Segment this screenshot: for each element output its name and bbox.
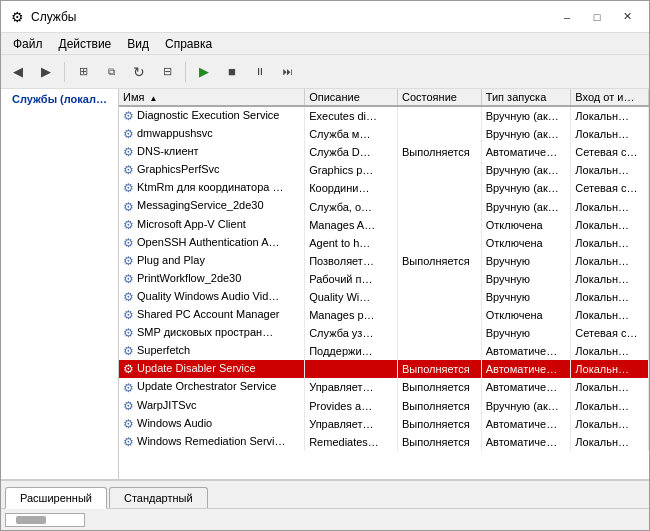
table-row[interactable]: ⚙SMP дисковых простран…Служба уз…Вручную… (119, 324, 649, 342)
tab-standard[interactable]: Стандартный (109, 487, 208, 508)
table-row[interactable]: ⚙SuperfetchПоддержи…Автоматиче…Локальн… (119, 342, 649, 360)
maximize-button[interactable]: □ (583, 6, 611, 28)
service-name-cell: ⚙MessagingService_2de30 (119, 197, 305, 215)
col-header-startup[interactable]: Тип запуска (481, 89, 571, 106)
table-row[interactable]: ⚙Plug and PlayПозволяет…ВыполняетсяВручн… (119, 252, 649, 270)
col-header-name[interactable]: Имя ▲ (119, 89, 305, 106)
table-row[interactable]: ⚙Update Disabler ServiceВыполняетсяАвтом… (119, 360, 649, 378)
table-row[interactable]: ⚙Shared PC Account ManagerManages p…Откл… (119, 306, 649, 324)
close-button[interactable]: ✕ (613, 6, 641, 28)
service-desc: Graphics p… (305, 161, 398, 179)
service-name-cell: ⚙PrintWorkflow_2de30 (119, 270, 305, 288)
service-status: Выполняется (398, 378, 482, 396)
status-scrollbar[interactable] (5, 513, 85, 527)
service-status (398, 234, 482, 252)
col-header-login[interactable]: Вход от и… (571, 89, 649, 106)
menu-item-[interactable]: Справка (157, 35, 220, 53)
service-icon: ⚙ (123, 163, 134, 177)
service-login: Локальн… (571, 216, 649, 234)
stop-service-button[interactable]: ■ (219, 59, 245, 85)
toolbar-separator-1 (64, 62, 65, 82)
table-row[interactable]: ⚙Windows Remediation Servi…Remediates…Вы… (119, 433, 649, 451)
service-desc: Позволяет… (305, 252, 398, 270)
table-row[interactable]: ⚙Microsoft App-V ClientManages A…Отключе… (119, 216, 649, 234)
export-button[interactable]: ⊟ (154, 59, 180, 85)
start-service-button[interactable]: ▶ (191, 59, 217, 85)
sidebar-label: Службы (локал… (12, 93, 107, 105)
service-status: Выполняется (398, 143, 482, 161)
service-startup: Вручную (ак… (481, 125, 571, 143)
service-login: Локальн… (571, 270, 649, 288)
window-title: Службы (31, 10, 553, 24)
service-status (398, 270, 482, 288)
service-name-text: Windows Audio (137, 417, 212, 429)
table-header: Имя ▲ Описание Состояние Тип запуска Вхо… (119, 89, 649, 106)
service-desc: Управляет… (305, 378, 398, 396)
service-status (398, 216, 482, 234)
service-startup: Вручную (481, 324, 571, 342)
service-login: Локальн… (571, 306, 649, 324)
service-icon: ⚙ (123, 200, 134, 214)
service-desc: Служба м… (305, 125, 398, 143)
forward-button[interactable]: ▶ (33, 59, 59, 85)
show-tree-button[interactable]: ⊞ (70, 59, 96, 85)
menu-bar: ФайлДействиеВидСправка (1, 33, 649, 55)
service-startup: Отключена (481, 306, 571, 324)
table-row[interactable]: ⚙Update Orchestrator ServiceУправляет…Вы… (119, 378, 649, 396)
table-row[interactable]: ⚙MessagingService_2de30Служба, о…Вручную… (119, 197, 649, 215)
services-area: Имя ▲ Описание Состояние Тип запуска Вхо… (119, 89, 649, 479)
table-row[interactable]: ⚙Windows AudioУправляет…ВыполняетсяАвтом… (119, 415, 649, 433)
service-name-text: WarpJITSvc (137, 399, 197, 411)
tab-extended[interactable]: Расширенный (5, 487, 107, 509)
back-button[interactable]: ◀ (5, 59, 31, 85)
service-icon: ⚙ (123, 326, 134, 340)
pause-service-button[interactable]: ⏸ (247, 59, 273, 85)
service-desc: Provides a… (305, 397, 398, 415)
new-window-button[interactable]: ⧉ (98, 59, 124, 85)
service-desc: Координи… (305, 179, 398, 197)
services-table: Имя ▲ Описание Состояние Тип запуска Вхо… (119, 89, 649, 451)
service-name-cell: ⚙Update Orchestrator Service (119, 378, 305, 396)
table-row[interactable]: ⚙DNS-клиентСлужба D…ВыполняетсяАвтоматич… (119, 143, 649, 161)
table-row[interactable]: ⚙KtmRm для координатора …Координи…Вручну… (119, 179, 649, 197)
minimize-button[interactable]: – (553, 6, 581, 28)
services-table-wrapper[interactable]: Имя ▲ Описание Состояние Тип запуска Вхо… (119, 89, 649, 479)
menu-item-[interactable]: Действие (51, 35, 120, 53)
refresh-button[interactable]: ↻ (126, 59, 152, 85)
service-icon: ⚙ (123, 308, 134, 322)
service-name-text: DNS-клиент (137, 145, 199, 157)
service-status: Выполняется (398, 433, 482, 451)
table-row[interactable]: ⚙OpenSSH Authentication A…Agent to h…Отк… (119, 234, 649, 252)
col-header-status[interactable]: Состояние (398, 89, 482, 106)
sort-arrow-name: ▲ (149, 94, 157, 103)
service-login: Локальн… (571, 433, 649, 451)
resume-service-button[interactable]: ⏭ (275, 59, 301, 85)
col-header-desc[interactable]: Описание (305, 89, 398, 106)
service-status: Выполняется (398, 252, 482, 270)
menu-item-[interactable]: Вид (119, 35, 157, 53)
service-startup: Автоматиче… (481, 433, 571, 451)
service-icon: ⚙ (123, 362, 134, 376)
service-name-cell: ⚙DNS-клиент (119, 143, 305, 161)
service-login: Локальн… (571, 288, 649, 306)
service-status: Выполняется (398, 397, 482, 415)
service-login: Сетевая с… (571, 179, 649, 197)
service-icon: ⚙ (123, 344, 134, 358)
table-row[interactable]: ⚙PrintWorkflow_2de30Рабочий п…ВручнуюЛок… (119, 270, 649, 288)
menu-item-[interactable]: Файл (5, 35, 51, 53)
table-row[interactable]: ⚙WarpJITSvcProvides a…ВыполняетсяВручную… (119, 397, 649, 415)
table-row[interactable]: ⚙Diagnostic Execution ServiceExecutes di… (119, 106, 649, 125)
service-icon: ⚙ (123, 435, 134, 449)
service-startup: Вручную (ак… (481, 197, 571, 215)
service-startup: Отключена (481, 234, 571, 252)
service-login: Локальн… (571, 378, 649, 396)
toolbar-separator-2 (185, 62, 186, 82)
service-name-text: KtmRm для координатора … (137, 181, 283, 193)
service-name-text: Shared PC Account Manager (137, 308, 279, 320)
service-status (398, 306, 482, 324)
sidebar[interactable]: Службы (локал… (1, 89, 119, 479)
table-row[interactable]: ⚙dmwappushsvcСлужба м…Вручную (ак…Локаль… (119, 125, 649, 143)
table-row[interactable]: ⚙Quality Windows Audio Vid…Quality Wi…Вр… (119, 288, 649, 306)
window-controls: – □ ✕ (553, 6, 641, 28)
table-row[interactable]: ⚙GraphicsPerfSvcGraphics p…Вручную (ак…Л… (119, 161, 649, 179)
